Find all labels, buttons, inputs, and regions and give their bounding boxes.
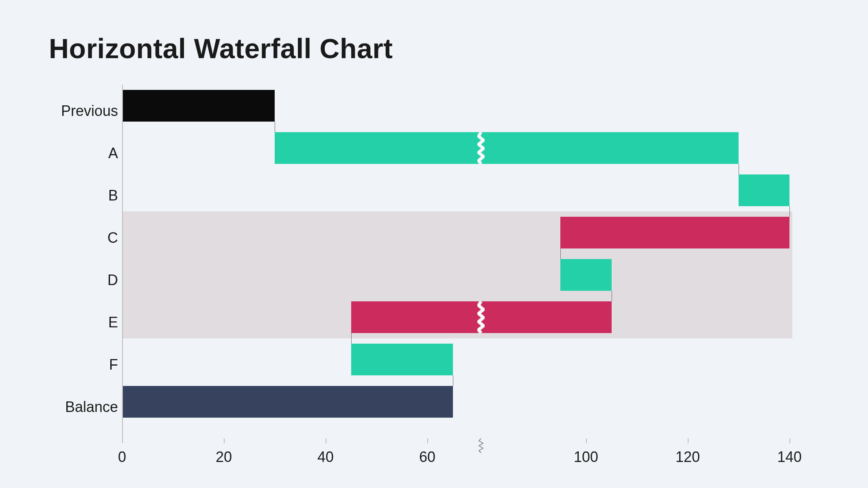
connector — [275, 122, 275, 132]
bar-previous — [123, 90, 275, 122]
y-label-balance: Balance — [65, 399, 118, 416]
x-label: 120 — [676, 449, 700, 466]
x-tick — [427, 438, 428, 443]
chart-area: Previous A B C D E F Balance — [49, 85, 802, 438]
connector — [453, 375, 453, 386]
y-label-a: A — [108, 145, 118, 162]
x-tick — [688, 438, 689, 443]
x-label: 0 — [118, 449, 126, 466]
x-tick — [586, 438, 587, 443]
bar-f — [351, 344, 453, 375]
x-tick — [789, 438, 790, 443]
x-label: 100 — [574, 449, 598, 466]
connector — [789, 206, 790, 217]
y-axis-line — [122, 85, 123, 438]
bar-a — [275, 132, 739, 164]
axis-break-icon — [478, 438, 484, 453]
plot-area: 0 20 40 60 100 120 140 — [122, 85, 794, 438]
x-tick — [122, 438, 123, 443]
y-label-c: C — [107, 229, 118, 246]
y-label-e: E — [108, 314, 118, 331]
bar-e — [351, 301, 612, 333]
connector — [739, 164, 739, 174]
x-label: 140 — [777, 449, 802, 466]
bar-c — [560, 217, 789, 248]
connector — [351, 333, 352, 344]
x-tick — [224, 438, 225, 443]
connector — [612, 291, 612, 301]
y-label-d: D — [107, 272, 118, 289]
x-label: 40 — [317, 449, 334, 466]
bar-d — [560, 259, 612, 291]
bar-b — [739, 174, 789, 206]
bar-balance — [123, 386, 453, 418]
x-label: 20 — [216, 449, 232, 466]
y-label-previous: Previous — [61, 102, 118, 120]
chart-title: Horizontal Waterfall Chart — [49, 33, 822, 64]
chart-container: Horizontal Waterfall Chart Previous A B … — [49, 33, 822, 438]
x-label: 60 — [419, 449, 435, 466]
x-tick — [326, 438, 326, 443]
connector — [560, 248, 561, 259]
y-label-b: B — [108, 187, 118, 204]
y-label-f: F — [109, 356, 118, 373]
